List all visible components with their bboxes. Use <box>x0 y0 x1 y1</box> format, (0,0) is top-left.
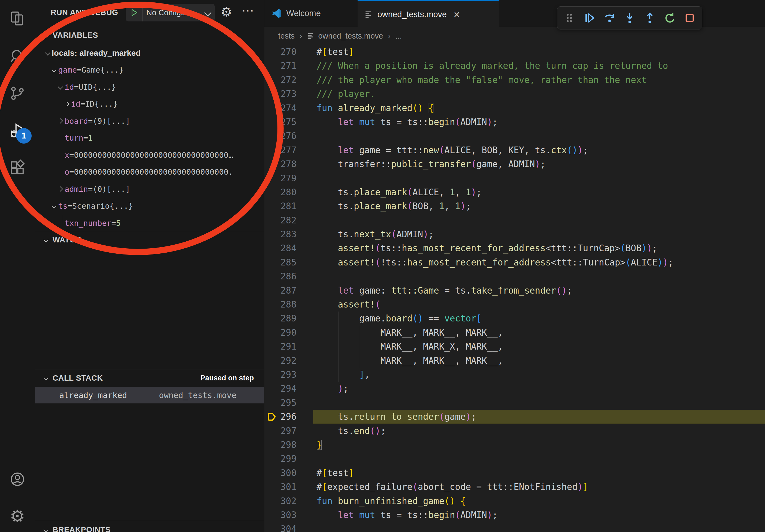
code-line[interactable]: 283 ts.next_tx(ADMIN); <box>264 227 765 241</box>
line-number[interactable]: 300 <box>264 466 297 480</box>
tab-welcome[interactable]: Welcome <box>264 0 358 27</box>
line-number[interactable]: 303 <box>264 508 297 522</box>
code-line[interactable]: 272/// the player who made the "false" m… <box>264 73 765 87</box>
variable-row[interactable]: id = UID{...} <box>35 79 264 96</box>
line-number[interactable]: 293 <box>264 368 297 382</box>
settings-gear-icon[interactable]: ⚙ <box>0 501 35 531</box>
code-line[interactable]: 278 transfer::public_transfer(game, ADMI… <box>264 157 765 171</box>
line-number[interactable]: 302 <box>264 494 297 508</box>
line-number[interactable]: 296 <box>264 410 297 424</box>
step-out-icon[interactable] <box>641 9 658 27</box>
code-line[interactable]: 275 let mut ts = ts::begin(ADMIN); <box>264 115 765 129</box>
explorer-icon[interactable] <box>0 4 35 33</box>
variable-row[interactable]: admin = (0)[...] <box>35 180 264 198</box>
line-number[interactable]: 272 <box>264 73 297 87</box>
continue-icon[interactable] <box>581 9 598 27</box>
search-icon[interactable] <box>0 42 35 71</box>
code-line[interactable]: 301#[expected_failure(abort_code = ttt::… <box>264 480 765 494</box>
code-line[interactable]: 287 let game: ttt::Game = ts.take_from_s… <box>264 284 765 298</box>
call-stack-frame-row[interactable]: already_marked owned_tests.move <box>35 387 264 403</box>
line-number[interactable]: 270 <box>264 45 297 59</box>
variables-section-header[interactable]: VARIABLES <box>35 27 264 43</box>
code-line[interactable]: 280 ts.place_mark(ALICE, 1, 1); <box>264 185 765 199</box>
code-line[interactable]: 288 assert!( <box>264 298 765 312</box>
code-line[interactable]: 276 <box>264 129 765 143</box>
line-number[interactable]: 287 <box>264 284 297 298</box>
line-number[interactable]: 299 <box>264 452 297 466</box>
code-line[interactable]: 282 <box>264 213 765 227</box>
code-line[interactable]: 302fun burn_unfinished_game() { <box>264 494 765 508</box>
variable-scope-row[interactable]: locals: already_marked <box>35 45 264 62</box>
code-area[interactable]: 270#[test]271/// When a position is alre… <box>264 45 765 532</box>
line-number[interactable]: 285 <box>264 256 297 269</box>
line-number[interactable]: 276 <box>264 129 297 143</box>
code-line[interactable]: 292 MARK__, MARK__, MARK__, <box>264 354 765 368</box>
line-number[interactable]: 286 <box>264 269 297 283</box>
variable-row[interactable]: turn = 1 <box>35 130 264 147</box>
config-dropdown-label[interactable]: No Configur <box>146 8 188 17</box>
code-line[interactable]: 304 <box>264 522 765 532</box>
code-line[interactable]: 296 ts.return_to_sender(game); <box>264 410 765 424</box>
line-number[interactable]: 297 <box>264 424 297 438</box>
step-over-icon[interactable] <box>601 9 618 27</box>
line-number[interactable]: 282 <box>264 213 297 227</box>
code-line[interactable]: 290 MARK__, MARK__, MARK__, <box>264 326 765 340</box>
line-number[interactable]: 280 <box>264 185 297 199</box>
account-icon[interactable] <box>0 464 35 494</box>
code-line[interactable]: 293 ], <box>264 368 765 382</box>
close-icon[interactable]: × <box>453 9 460 20</box>
line-number[interactable]: 304 <box>264 522 297 532</box>
line-number[interactable]: 278 <box>264 157 297 171</box>
variable-row[interactable]: txn_number = 5 <box>35 215 264 232</box>
line-number[interactable]: 298 <box>264 438 297 452</box>
variable-row[interactable]: x = 000000000000000000000000000000000… <box>35 146 264 164</box>
variable-row[interactable]: ts = Scenario{...} <box>35 198 264 215</box>
line-number[interactable]: 284 <box>264 241 297 255</box>
code-line[interactable]: 273/// player. <box>264 87 765 101</box>
code-line[interactable]: 291 MARK__, MARK_X, MARK__, <box>264 340 765 354</box>
line-number[interactable]: 295 <box>264 396 297 410</box>
line-number[interactable]: 271 <box>264 59 297 73</box>
restart-icon[interactable] <box>661 9 678 27</box>
line-number[interactable]: 281 <box>264 199 297 213</box>
line-number[interactable]: 274 <box>264 101 297 115</box>
line-number[interactable]: 301 <box>264 480 297 494</box>
code-line[interactable]: 281 ts.place_mark(BOB, 1, 1); <box>264 199 765 213</box>
tab-owned-tests[interactable]: owned_tests.move × <box>358 0 499 28</box>
breadcrumb-file[interactable]: owned_tests.move <box>318 32 383 40</box>
more-actions-icon[interactable]: ··· <box>242 5 254 17</box>
line-number[interactable]: 292 <box>264 354 297 368</box>
variable-row[interactable]: board = (9)[...] <box>35 113 264 130</box>
code-line[interactable]: 286 <box>264 269 765 283</box>
line-number[interactable]: 291 <box>264 340 297 354</box>
line-number[interactable]: 288 <box>264 298 297 312</box>
start-debug-icon[interactable] <box>126 4 143 21</box>
code-line[interactable]: 300#[test] <box>264 466 765 480</box>
stop-icon[interactable] <box>681 9 698 27</box>
breakpoints-section-header[interactable]: BREAKPOINTS <box>35 521 264 532</box>
breadcrumb-symbol[interactable]: ... <box>395 32 402 40</box>
code-line[interactable]: 270#[test] <box>264 45 765 59</box>
line-number[interactable]: 279 <box>264 171 297 185</box>
code-line[interactable]: 279 <box>264 171 765 185</box>
line-number[interactable]: 290 <box>264 326 297 340</box>
code-line[interactable]: 294 ); <box>264 382 765 396</box>
toolbar-drag-handle[interactable] <box>561 9 578 27</box>
code-line[interactable]: 295 <box>264 396 765 410</box>
line-number[interactable]: 277 <box>264 143 297 157</box>
step-into-icon[interactable] <box>621 9 638 27</box>
code-line[interactable]: 285 assert!(!ts::has_most_recent_for_add… <box>264 256 765 269</box>
code-line[interactable]: 299 <box>264 452 765 466</box>
code-line[interactable]: 289 game.board() == vector[ <box>264 312 765 326</box>
breadcrumb-folder[interactable]: tests <box>278 32 295 40</box>
line-number[interactable]: 273 <box>264 87 297 101</box>
code-line[interactable]: 284 assert!(ts::has_most_recent_for_addr… <box>264 241 765 255</box>
line-number[interactable]: 289 <box>264 312 297 326</box>
variable-row[interactable]: o = 000000000000000000000000000000000. <box>35 164 264 181</box>
code-line[interactable]: 271/// When a position is already marked… <box>264 59 765 73</box>
code-line[interactable]: 297 ts.end(); <box>264 424 765 438</box>
code-line[interactable]: 277 let game = ttt::new(ALICE, BOB, KEY,… <box>264 143 765 157</box>
call-stack-section-header[interactable]: CALL STACK Paused on step <box>35 370 264 386</box>
source-control-icon[interactable] <box>0 79 35 108</box>
launch-config-control[interactable]: No Configur <box>126 4 215 21</box>
